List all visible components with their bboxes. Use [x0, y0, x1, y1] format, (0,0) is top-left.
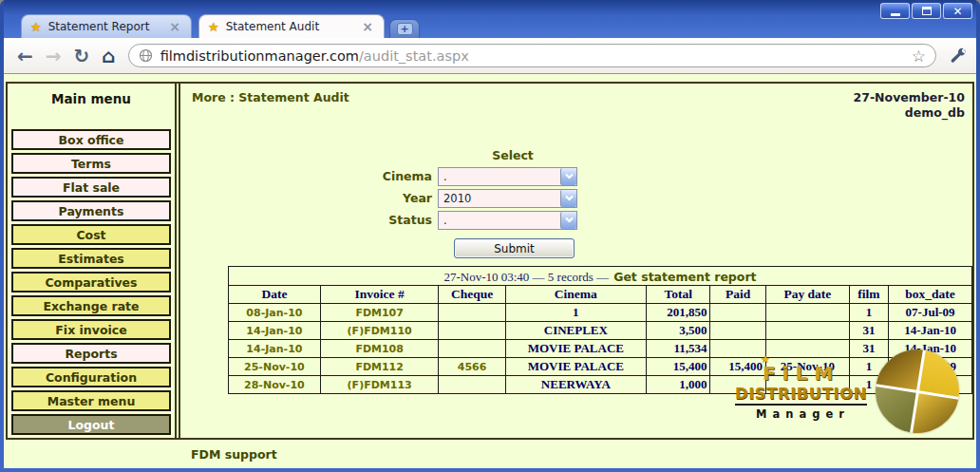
sidebar-item-cost[interactable]: Cost — [11, 224, 171, 245]
window-controls: ✕ — [880, 3, 972, 19]
close-icon: ✕ — [952, 6, 962, 17]
column-header-total: Total — [646, 286, 709, 304]
table-cell: FDM108 — [320, 340, 439, 358]
sidebar-item-fix-invoice[interactable]: Fix invoice — [11, 319, 171, 340]
year-select[interactable]: 2010 — [438, 189, 577, 208]
form-title: Select — [356, 148, 669, 162]
tab-strip: ★ Statement Report × ★ Statement Audit ×… — [21, 14, 420, 38]
browser-toolbar: ← → ↻ ⌂ filmdistributionmanager.com/audi… — [4, 38, 976, 74]
sidebar-item-box-office[interactable]: Box office — [11, 129, 171, 150]
dropdown-arrow-icon[interactable] — [560, 168, 576, 185]
sidebar-item-comparatives[interactable]: Comparatives — [11, 272, 171, 293]
maximize-icon — [922, 7, 932, 15]
table-cell: 28-Nov-10 — [229, 376, 321, 394]
bookmark-star-icon[interactable]: ☆ — [912, 47, 926, 66]
table-cell: 3,500 — [646, 322, 709, 340]
sidebar-item-configuration[interactable]: Configuration — [11, 367, 171, 387]
plus-icon: + — [397, 23, 413, 35]
logo-film-line: ★FiLM — [735, 362, 867, 385]
table-cell: 11,534 — [646, 340, 709, 358]
table-cell: 25-Nov-10 — [229, 358, 321, 376]
tab-statement-report[interactable]: ★ Statement Report × — [21, 14, 192, 38]
fdm-logo-text: ★FiLM DISTRIBUTION Manager — [735, 362, 867, 421]
close-button[interactable]: ✕ — [943, 3, 972, 19]
year-label: Year — [356, 191, 432, 205]
column-header-paid: Paid — [710, 286, 766, 304]
tab-favicon-star-icon: ★ — [208, 20, 219, 34]
table-cell — [710, 322, 766, 340]
tab-label: Statement Report — [48, 20, 168, 33]
select-form: Cinema.Year2010Status. — [356, 167, 972, 230]
table-caption-meta: 27-Nov-10 03:40 — 5 records — — [443, 270, 609, 284]
table-cell — [439, 304, 505, 322]
table-cell — [766, 322, 850, 340]
table-cell: 14-Jan-10 — [229, 340, 321, 358]
table-cell: 08-Jan-10 — [229, 304, 321, 322]
dropdown-arrow-icon[interactable] — [560, 212, 576, 229]
current-date: 27-November-10 — [854, 90, 965, 105]
sidebar-item-flat-sale[interactable]: Flat sale — [11, 177, 171, 198]
table-cell: 14-Jan-10 — [889, 322, 972, 340]
sidebar-item-estimates[interactable]: Estimates — [11, 248, 171, 269]
home-button[interactable]: ⌂ — [102, 47, 115, 66]
forward-button[interactable]: → — [46, 47, 62, 66]
globe-icon — [139, 48, 153, 63]
wrench-menu-icon[interactable] — [949, 47, 967, 65]
breadcrumb: More : Statement Audit — [192, 90, 349, 122]
sidebar-item-exchange-rate[interactable]: Exchange rate — [11, 295, 171, 316]
table-row: 14-Jan-10(F)FDM110CINEPLEX3,5003114-Jan-… — [229, 322, 972, 340]
table-cell — [710, 304, 766, 322]
support-link[interactable]: FDM support — [6, 440, 974, 468]
new-tab-button[interactable]: + — [389, 19, 420, 38]
column-header-cheque: Cheque — [439, 286, 505, 304]
table-caption: 27-Nov-10 03:40 — 5 records —Get stateme… — [229, 267, 972, 286]
table-cell: MOVIE PALACE — [505, 358, 646, 376]
table-caption-title: Get statement report — [613, 270, 756, 284]
table-cell: 14-Jan-10 — [229, 322, 321, 340]
url-domain: filmdistributionmanager.com — [160, 48, 359, 64]
back-button[interactable]: ← — [17, 47, 33, 66]
content-frame: Main menu Box officeTermsFlat salePaymen… — [6, 82, 974, 440]
table-cell: 1 — [505, 304, 646, 322]
table-cell — [439, 340, 505, 358]
app-page: Main menu Box officeTermsFlat salePaymen… — [4, 74, 976, 468]
status-select[interactable]: . — [438, 211, 577, 230]
table-cell — [439, 376, 505, 394]
tab-close-icon[interactable]: × — [167, 19, 182, 34]
tab-statement-audit[interactable]: ★ Statement Audit × — [198, 14, 385, 38]
minimize-button[interactable] — [880, 3, 910, 19]
session-info: 27-November-10 demo_db — [854, 90, 965, 122]
table-cell: FDM107 — [320, 304, 439, 322]
sidebar-item-terms[interactable]: Terms — [11, 153, 171, 174]
selected-value: . — [439, 212, 560, 229]
url-path: /audit_stat.aspx — [359, 48, 469, 64]
sidebar-title: Main menu — [11, 91, 171, 106]
status-label: Status — [356, 213, 432, 227]
table-cell: (F)FDM113 — [320, 376, 439, 394]
tab-label: Statement Audit — [226, 20, 361, 33]
address-bar[interactable]: filmdistributionmanager.com/audit_stat.a… — [128, 44, 936, 67]
cinema-select[interactable]: . — [438, 167, 577, 186]
sidebar-item-master-menu[interactable]: Master menu — [11, 390, 171, 411]
selected-value: . — [439, 168, 560, 185]
table-cell: 1 — [849, 304, 888, 322]
table-header-row: DateInvoice #ChequeCinemaTotalPaidPay da… — [229, 286, 972, 304]
dropdown-arrow-icon[interactable] — [560, 190, 576, 207]
table-cell: 4566 — [439, 358, 505, 376]
sidebar-item-payments[interactable]: Payments — [11, 200, 171, 221]
sidebar-item-logout[interactable]: Logout — [11, 414, 171, 435]
column-header-pay-date: Pay date — [766, 286, 850, 304]
logo-manager-text: Manager — [735, 407, 867, 421]
tab-close-icon[interactable]: × — [360, 19, 375, 34]
table-cell: 07-Jul-09 — [889, 304, 972, 322]
table-cell: CINEPLEX — [505, 322, 646, 340]
table-cell: 15,400 — [646, 358, 709, 376]
reload-button[interactable]: ↻ — [74, 47, 90, 66]
tab-favicon-star-icon: ★ — [30, 20, 42, 34]
table-cell: MOVIE PALACE — [505, 340, 646, 358]
maximize-button[interactable] — [912, 3, 941, 19]
sidebar-item-reports[interactable]: Reports — [11, 343, 171, 364]
submit-button[interactable]: Submit — [454, 238, 575, 258]
column-header-cinema: Cinema — [505, 286, 646, 304]
table-cell: FDM112 — [320, 358, 439, 376]
